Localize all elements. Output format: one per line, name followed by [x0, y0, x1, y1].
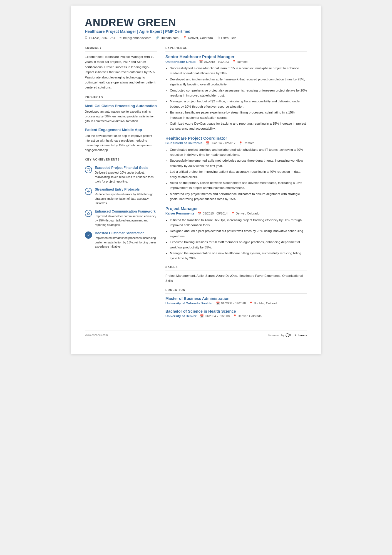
- achievement-desc-1: Reduced entry-related errors by 40% thro…: [95, 192, 157, 205]
- achievement-item-0: Exceeded Project Financial Goals Deliver…: [85, 166, 157, 184]
- phone-icon: ✆: [85, 36, 87, 40]
- exp-meta-1: Blue Shield of California 📅 06/2014 - 12…: [165, 141, 307, 145]
- bullet-0-1: Developed and implemented an agile frame…: [170, 77, 307, 87]
- calendar-icon-2: 📅: [198, 212, 202, 215]
- bullet-0-2: Conducted comprehensive project risk ass…: [170, 88, 307, 98]
- project-item-0: Medi-Cal Claims Processing Automation De…: [85, 103, 157, 124]
- right-column: EXPERIENCE Senior Healthcare Project Man…: [165, 46, 307, 322]
- exp-item-0: Senior Healthcare Project Manager United…: [165, 54, 307, 131]
- project-desc-0: Developed an automation tool to expedite…: [85, 109, 157, 124]
- achievement-icon-star: [85, 210, 92, 217]
- achievement-title-3: Boosted Customer Satisfaction: [95, 231, 157, 235]
- linkedin-text: linkedin.com: [161, 36, 178, 40]
- edu-degree-0: Master of Business Administration: [165, 296, 307, 301]
- pin-icon-2: 📍: [231, 212, 235, 215]
- achievement-title-0: Exceeded Project Financial Goals: [95, 166, 157, 170]
- calendar-icon-edu-0: 📅: [216, 302, 220, 305]
- summary-text: Experienced Healthcare Project Manager w…: [85, 54, 157, 90]
- exp-title-2: Project Manager: [165, 206, 307, 211]
- candidate-name: ANDREW GREEN: [85, 17, 307, 29]
- edu-location-0: 📍 Boulder, Colorado: [249, 302, 278, 305]
- projects-divider: [85, 100, 157, 101]
- header-divider: [85, 43, 307, 43]
- footer: www.enhancv.com Powered by Enhancv: [85, 330, 307, 337]
- pin-icon-0: 📍: [232, 60, 236, 63]
- extra-icon: ☆: [217, 36, 220, 40]
- exp-item-2: Project Manager Kaiser Permanente 📅 05/2…: [165, 206, 307, 261]
- contact-bar: ✆ +1-(234)-555-1234 ✉ help@enhancv.com 🔗…: [85, 36, 307, 40]
- edu-location-1: 📍 Denver, Colorado: [233, 314, 262, 318]
- exp-dates-2: 📅 05/2010 - 05/2014: [198, 212, 227, 215]
- candidate-title: Healthcare Project Manager | Agile Exper…: [85, 29, 307, 34]
- achievement-content-0: Exceeded Project Financial Goals Deliver…: [95, 166, 157, 184]
- bullet-2-3: Managed the implementation of a new heal…: [170, 251, 307, 261]
- project-desc-1: Led the development of an app to improve…: [85, 134, 157, 152]
- summary-label: SUMMARY: [85, 46, 157, 50]
- achievement-content-2: Enhanced Communication Framework Improve…: [95, 209, 157, 227]
- education-label: EDUCATION: [165, 288, 307, 292]
- achievement-item-1: Streamlined Entry Protocols Reduced entr…: [85, 188, 157, 205]
- achievement-content-1: Streamlined Entry Protocols Reduced entr…: [95, 188, 157, 205]
- summary-divider: [85, 51, 157, 51]
- edu-dates-0: 📅 01/2008 - 01/2010: [216, 302, 246, 305]
- location-icon: 📍: [183, 36, 187, 40]
- edu-item-0: Master of Business Administration Univer…: [165, 296, 307, 305]
- skills-section: SKILLS Project Management, Agile, Scrum,…: [165, 265, 307, 283]
- email-icon: ✉: [120, 36, 122, 40]
- email-text: help@enhancv.com: [123, 36, 151, 40]
- bullet-1-4: Monitored key project metrics and perfor…: [170, 191, 307, 202]
- exp-meta-2: Kaiser Permanente 📅 05/2010 - 05/2014 📍 …: [165, 212, 307, 215]
- bullet-1-1: Successfully implemented agile methodolo…: [170, 158, 307, 168]
- exp-title-0: Senior Healthcare Project Manager: [165, 54, 307, 59]
- pin-icon-edu-1: 📍: [233, 314, 237, 318]
- achievements-divider: [85, 163, 157, 163]
- bullet-0-3: Managed a project budget of $2 million, …: [170, 99, 307, 109]
- exp-company-1: Blue Shield of California: [165, 141, 202, 145]
- experience-divider: [165, 51, 307, 51]
- bullet-2-0: Initiated the transition to Azure DevOps…: [170, 218, 307, 228]
- project-title-1: Patient Engagement Mobile App: [85, 127, 157, 132]
- education-divider: [165, 293, 307, 293]
- exp-dates-0: 📅 01/2018 - 10/2023: [199, 60, 229, 63]
- bullet-2-1: Designed and led a pilot project that cu…: [170, 228, 307, 239]
- edu-degree-1: Bachelor of Science in Health Science: [165, 309, 307, 314]
- bullet-2-2: Executed training sessions for 50 staff …: [170, 240, 307, 250]
- calendar-icon-edu-1: 📅: [200, 314, 204, 318]
- bullet-1-0: Coordinated project timelines and collab…: [170, 147, 307, 157]
- achievement-icon-arrows: [85, 188, 92, 195]
- achievement-desc-2: Improved stakeholder communication effic…: [95, 214, 157, 227]
- achievements-label: KEY ACHIEVEMENTS: [85, 158, 157, 161]
- exp-bullets-1: Coordinated project timelines and collab…: [165, 147, 307, 202]
- achievement-desc-0: Delivered a project 10% under budget, re…: [95, 171, 157, 184]
- exp-bullets-0: Successfully led a cross-functional team…: [165, 66, 307, 131]
- exp-company-0: UnitedHealth Group: [165, 60, 196, 63]
- skills-text: Project Management, Agile, Scrum, Azure …: [165, 273, 307, 283]
- project-item-1: Patient Engagement Mobile App Led the de…: [85, 127, 157, 152]
- summary-section: SUMMARY Experienced Healthcare Project M…: [85, 46, 157, 90]
- extra-text: Extra Field: [221, 36, 237, 40]
- education-section: EDUCATION Master of Business Administrat…: [165, 288, 307, 318]
- achievement-item-3: Boosted Customer Satisfaction Implemente…: [85, 231, 157, 249]
- edu-meta-1: University of Denver 📅 01/2004 - 01/2008…: [165, 314, 307, 318]
- bullet-1-2: Led a critical project for improving pat…: [170, 169, 307, 179]
- calendar-icon-0: 📅: [199, 60, 203, 63]
- exp-item-1: Healthcare Project Coordinator Blue Shie…: [165, 136, 307, 202]
- powered-by-text: Powered by: [268, 334, 284, 337]
- footer-brand: Powered by Enhancv: [268, 333, 307, 337]
- achievement-title-1: Streamlined Entry Protocols: [95, 188, 157, 191]
- bullet-1-3: Acted as the primary liaison between sta…: [170, 180, 307, 191]
- brand-name: Enhancv: [294, 334, 307, 337]
- exp-location-0: 📍 Remote: [232, 60, 248, 63]
- projects-label: PROJECTS: [85, 96, 157, 99]
- header-section: ANDREW GREEN Healthcare Project Manager …: [85, 17, 307, 40]
- edu-dates-1: 📅 01/2004 - 01/2008: [200, 314, 230, 318]
- contact-email: ✉ help@enhancv.com: [120, 36, 151, 40]
- resume-page: ANDREW GREEN Healthcare Project Manager …: [71, 6, 321, 354]
- contact-linkedin: 🔗 linkedin.com: [156, 36, 178, 40]
- projects-section: PROJECTS Medi-Cal Claims Processing Auto…: [85, 96, 157, 152]
- edu-meta-0: University of Colorado Boulder 📅 01/2008…: [165, 302, 307, 305]
- body-layout: SUMMARY Experienced Healthcare Project M…: [85, 46, 307, 322]
- edu-school-0: University of Colorado Boulder: [165, 302, 213, 305]
- exp-title-1: Healthcare Project Coordinator: [165, 136, 307, 140]
- exp-meta-0: UnitedHealth Group 📅 01/2018 - 10/2023 📍…: [165, 60, 307, 63]
